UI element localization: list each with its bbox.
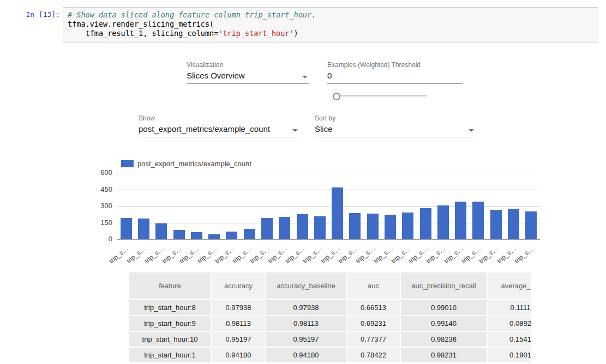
- metric-cell: 0.77377: [347, 332, 400, 347]
- chevron-down-icon: [292, 129, 298, 132]
- bar-9[interactable]: [279, 217, 290, 239]
- bar-3[interactable]: [173, 230, 185, 239]
- bar-17[interactable]: [420, 208, 431, 239]
- slider-knob[interactable]: [333, 93, 340, 100]
- slices-bar-chart: 0150300450600trip_s…trip_s…trip_s…trip_s…: [117, 169, 540, 264]
- metric-cell: 0.97938: [266, 300, 346, 315]
- bar-21[interactable]: [490, 210, 502, 239]
- y-axis-tick: 150: [86, 219, 112, 227]
- legend-swatch: [121, 160, 134, 167]
- metric-cell: 0.99140: [401, 316, 487, 331]
- gridline: [117, 190, 540, 190]
- metric-cell: 0.69231: [347, 316, 400, 331]
- show-value: post_export_metrics/example_count: [139, 124, 270, 134]
- bar-18[interactable]: [437, 205, 449, 239]
- metric-cell: 0.98231: [401, 348, 487, 362]
- metric-cell: 0.94180: [266, 348, 346, 362]
- bar-5[interactable]: [208, 234, 220, 239]
- metric-cell: 0.98236: [401, 332, 487, 347]
- metric-cell: 0.95197: [212, 332, 265, 347]
- metric-cell: 0.94180: [212, 348, 265, 362]
- bar-1[interactable]: [138, 219, 149, 239]
- code-line: tfma.view.render_slicing_metrics(: [68, 20, 593, 29]
- feature-cell: trip_start_hour:8: [129, 300, 211, 315]
- bar-4[interactable]: [191, 232, 202, 239]
- visualization-label: Visualization: [187, 61, 223, 69]
- table-row: trip_start_hour:90.981130.981130.692310.…: [129, 316, 531, 331]
- feature-cell: trip_start_hour:9: [129, 316, 211, 331]
- bar-11[interactable]: [314, 216, 326, 239]
- bar-16[interactable]: [402, 213, 413, 239]
- input-prompt: In [13]:: [15, 10, 60, 19]
- bar-13[interactable]: [349, 213, 361, 239]
- bar-12[interactable]: [332, 187, 343, 239]
- bar-20[interactable]: [472, 202, 484, 239]
- feature-cell: trip_start_hour:1: [129, 348, 211, 362]
- bar-6[interactable]: [226, 232, 237, 239]
- chevron-down-icon: [469, 129, 474, 132]
- metric-cell: 0.99010: [401, 300, 487, 315]
- table-row: trip_start_hour:10.941800.941800.784220.…: [129, 348, 531, 362]
- legend-label: post_export_metrics/example_count: [137, 160, 251, 168]
- show-dropdown[interactable]: post_export_metrics/example_count: [139, 124, 299, 137]
- column-header: auc_precision_recall: [401, 272, 487, 299]
- slider-track: [340, 95, 427, 96]
- metric-cell: 0.1541: [488, 332, 531, 347]
- bar-0[interactable]: [121, 218, 132, 239]
- table-row: trip_start_hour:100.951970.951970.773770…: [129, 332, 531, 347]
- bar-15[interactable]: [385, 215, 396, 239]
- bar-23[interactable]: [525, 211, 537, 239]
- column-header: average_los: [488, 272, 531, 299]
- table-row: trip_start_hour:80.979380.979380.665130.…: [129, 300, 531, 315]
- code-string: 'trip_start_hour': [218, 29, 293, 38]
- gridline: [117, 239, 540, 240]
- y-axis-tick: 0: [86, 235, 112, 243]
- bar-22[interactable]: [508, 209, 519, 239]
- threshold-value: 0: [327, 71, 332, 80]
- feature-cell: trip_start_hour:10: [129, 332, 211, 347]
- y-axis-tick: 450: [86, 185, 112, 193]
- visualization-dropdown[interactable]: Slices Overview: [187, 71, 309, 84]
- metric-cell: 0.78422: [347, 348, 400, 362]
- column-header: accuracy_baseline: [266, 272, 346, 299]
- metric-cell: 0.95197: [266, 332, 346, 347]
- metric-cell: 0.66513: [347, 300, 400, 315]
- metric-cell: 0.98113: [212, 316, 265, 331]
- metric-cell: 0.0892: [488, 316, 531, 331]
- column-header: feature: [129, 272, 211, 299]
- code-line: # Show data sliced along feature column …: [68, 10, 593, 20]
- bar-8[interactable]: [261, 218, 273, 239]
- code-editor[interactable]: # Show data sliced along feature column …: [63, 7, 598, 43]
- threshold-label: Examples (Weighted) Threshold: [327, 61, 421, 69]
- visualization-value: Slices Overview: [187, 71, 245, 80]
- metric-cell: 0.97938: [212, 300, 265, 315]
- metric-cell: 0.1901: [488, 348, 531, 362]
- chevron-down-icon: [302, 76, 308, 78]
- code-line: tfma_result_1, slicing_column='trip_star…: [68, 29, 593, 38]
- sort-value: Slice: [315, 124, 333, 134]
- y-axis-tick: 600: [86, 168, 112, 177]
- bar-2[interactable]: [155, 223, 167, 239]
- sort-label: Sort by: [315, 114, 335, 122]
- bar-10[interactable]: [297, 214, 308, 239]
- bar-7[interactable]: [244, 229, 255, 239]
- bar-14[interactable]: [367, 214, 379, 239]
- show-label: Show: [139, 114, 155, 122]
- metric-cell: 0.98113: [266, 316, 346, 331]
- sort-dropdown[interactable]: Slice: [315, 124, 476, 137]
- column-header: accuracy: [212, 272, 265, 299]
- gridline: [117, 173, 540, 173]
- threshold-input[interactable]: 0: [327, 71, 463, 84]
- metric-cell: 0.1111: [488, 300, 531, 315]
- metrics-table: featureaccuracyaccuracy_baselineaucauc_p…: [129, 272, 531, 364]
- table-header-row: featureaccuracyaccuracy_baselineaucauc_p…: [129, 272, 531, 299]
- bar-19[interactable]: [455, 202, 466, 239]
- code-comment: # Show data sliced along feature column …: [68, 10, 316, 19]
- column-header: auc: [347, 272, 400, 299]
- y-axis-tick: 300: [86, 202, 112, 210]
